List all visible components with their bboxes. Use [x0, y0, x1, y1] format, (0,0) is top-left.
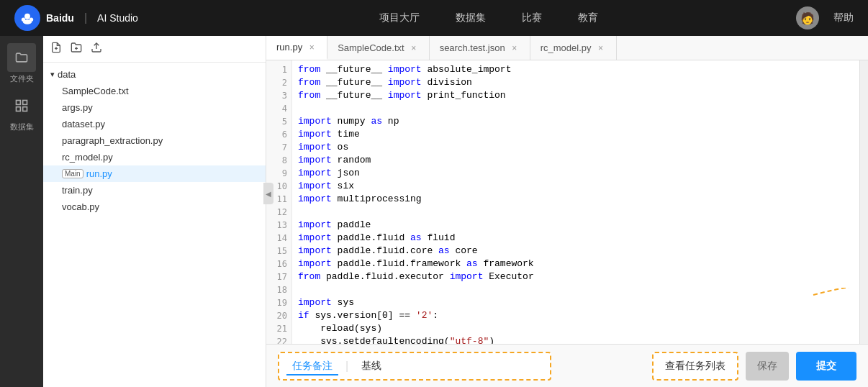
submit-button[interactable]: 提交 — [796, 352, 856, 381]
baseline-tab[interactable]: 基线 — [356, 357, 387, 375]
collapse-icon: ◀ — [266, 190, 271, 198]
code-line: import paddle.fluid.core as core — [298, 245, 854, 258]
folder-data[interactable]: ▾ data — [43, 66, 266, 83]
file-tree: ▾ data SampleCode.txt args.py dataset.py… — [43, 63, 266, 387]
nav-right: 🧑 帮助 — [796, 6, 854, 29]
tab-label: SampleCode.txt — [338, 42, 404, 53]
file-name: run.py — [86, 168, 112, 179]
tab-run-py[interactable]: run.py × — [266, 36, 327, 60]
nav-link-competition[interactable]: 比赛 — [522, 12, 542, 24]
tab-search-json[interactable]: search.test.json × — [430, 36, 530, 60]
panel-collapse-handle[interactable]: ◀ — [263, 183, 273, 204]
list-item[interactable]: vocab.py — [43, 199, 266, 215]
list-item[interactable]: SampleCode.txt — [43, 83, 266, 99]
code-line — [298, 102, 854, 115]
tab-samplecode[interactable]: SampleCode.txt × — [327, 36, 430, 60]
code-editor: 1234 5678 9101112 13141516 17181920 2122… — [266, 60, 868, 344]
tab-label: rc_model.py — [541, 42, 592, 53]
list-item[interactable]: Main run.py — [43, 165, 266, 182]
view-tasks-button[interactable]: 查看任务列表 — [652, 352, 738, 381]
code-line: from paddle.fluid.executor import Execut… — [298, 270, 854, 283]
user-avatar[interactable]: 🧑 — [796, 6, 819, 29]
tab-close-icon[interactable]: × — [307, 42, 317, 53]
scrollbar-vertical[interactable] — [859, 60, 868, 344]
code-line: from __future__ import print_function — [298, 89, 854, 102]
code-line: import numpy as np — [298, 115, 854, 128]
file-name: args.py — [62, 102, 93, 113]
tab-label: run.py — [276, 42, 302, 53]
tab-label: search.test.json — [440, 42, 505, 53]
code-line: import sys — [298, 296, 854, 309]
main-layout: 文件夹 数据集 — [0, 36, 868, 387]
nav-link-education[interactable]: 教育 — [578, 12, 598, 24]
code-line — [298, 206, 854, 219]
svg-rect-5 — [23, 101, 27, 105]
save-button[interactable]: 保存 — [746, 352, 789, 381]
editor-area: run.py × SampleCode.txt × search.test.js… — [266, 36, 868, 387]
file-panel: ▾ data SampleCode.txt args.py dataset.py… — [43, 36, 266, 387]
nav-link-datasets[interactable]: 数据集 — [456, 12, 486, 24]
code-line: import multiprocessing — [298, 193, 854, 206]
baidu-logo-icon — [14, 5, 40, 31]
code-line: import paddle.fluid as fluid — [298, 232, 854, 245]
tab-separator: | — [345, 360, 348, 373]
code-line: import paddle.fluid.framework as framewo… — [298, 258, 854, 270]
svg-point-3 — [23, 19, 32, 24]
code-line: import json — [298, 167, 854, 180]
top-navigation: Baidu | AI Studio 项目大厅 数据集 比赛 教育 🧑 帮助 — [0, 0, 868, 36]
file-name: rc_model.py — [62, 152, 113, 163]
bottom-actions: 查看任务列表 保存 提交 — [652, 352, 856, 381]
svg-rect-7 — [23, 107, 27, 111]
list-item[interactable]: train.py — [43, 182, 266, 199]
code-content[interactable]: from __future__ import absolute_import f… — [292, 60, 859, 344]
file-name: dataset.py — [62, 119, 105, 129]
folder-name: data — [58, 69, 76, 80]
file-name: SampleCode.txt — [62, 86, 129, 96]
nav-link-projects[interactable]: 项目大厅 — [379, 12, 420, 24]
svg-rect-4 — [17, 101, 21, 105]
file-name: train.py — [62, 185, 93, 196]
sidebar-item-datasets[interactable]: 数据集 — [7, 91, 36, 132]
code-line: import time — [298, 128, 854, 141]
code-line: import six — [298, 180, 854, 193]
upload-icon[interactable] — [91, 42, 102, 56]
list-item[interactable]: args.py — [43, 99, 266, 116]
tab-close-icon[interactable]: × — [596, 43, 606, 53]
svg-point-0 — [24, 14, 30, 19]
new-folder-icon[interactable] — [71, 42, 82, 56]
code-line: import os — [298, 141, 854, 154]
code-line — [298, 283, 854, 296]
code-line: sys.setdefaultencoding("utf-8") — [298, 335, 854, 344]
editor-tabs: run.py × SampleCode.txt × search.test.js… — [266, 36, 868, 60]
task-note-tab[interactable]: 任务备注 — [286, 357, 338, 375]
sidebar-files-label: 文件夹 — [10, 73, 34, 84]
folder-arrow-icon: ▾ — [50, 70, 55, 79]
sidebar: 文件夹 数据集 — [0, 36, 43, 387]
tab-rc-model[interactable]: rc_model.py × — [530, 36, 617, 60]
file-name: paragraph_extraction.py — [62, 135, 163, 146]
code-line: from __future__ import absolute_import — [298, 63, 854, 76]
code-line: from __future__ import division — [298, 76, 854, 89]
studio-name: AI Studio — [97, 12, 138, 24]
svg-rect-6 — [17, 107, 21, 111]
main-badge: Main — [62, 169, 83, 178]
help-link[interactable]: 帮助 — [833, 12, 854, 24]
list-item[interactable]: paragraph_extraction.py — [43, 132, 266, 149]
list-item[interactable]: rc_model.py — [43, 149, 266, 165]
new-file-icon[interactable] — [50, 42, 62, 56]
file-name: vocab.py — [62, 201, 99, 212]
code-line: import random — [298, 154, 854, 167]
sidebar-datasets-label: 数据集 — [10, 122, 34, 132]
brand-name: Baidu — [46, 12, 74, 24]
tab-close-icon[interactable]: × — [409, 43, 419, 53]
task-note-container: 任务备注 | 基线 — [278, 352, 551, 381]
code-line: import paddle — [298, 219, 854, 232]
list-item[interactable]: dataset.py — [43, 116, 266, 132]
dataset-icon[interactable] — [7, 91, 36, 120]
logo: Baidu | AI Studio — [14, 5, 138, 31]
sidebar-item-files[interactable]: 文件夹 — [7, 43, 36, 84]
nav-divider: | — [84, 12, 87, 24]
bottom-bar: 任务备注 | 基线 查看任务列表 保存 提交 — [266, 344, 868, 387]
file-folder-icon[interactable] — [7, 43, 36, 72]
tab-close-icon[interactable]: × — [510, 43, 520, 53]
